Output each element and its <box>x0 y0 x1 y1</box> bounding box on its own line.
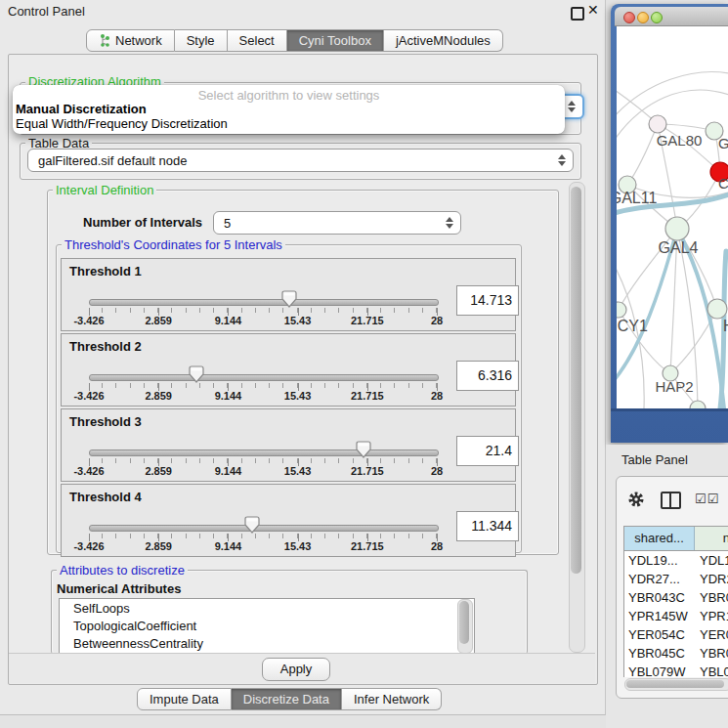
tick-label: -3.426 <box>73 465 104 477</box>
threshold-value-field[interactable]: 14.713 <box>456 285 519 316</box>
node-table[interactable]: shared... n YDL19... YDL1 YDR27... YDR2 … <box>623 526 728 677</box>
tick-label: 9.144 <box>215 465 242 477</box>
table-horizontal-scrollbar-thumb[interactable] <box>626 680 724 688</box>
shared-name-cell[interactable]: YDR27... <box>624 570 695 588</box>
network-node-gal4[interactable] <box>665 217 689 240</box>
tab-infer-network[interactable]: Infer Network <box>342 688 442 710</box>
slider-tick-labels: -3.4262.8599.14415.4321.71528 <box>89 540 437 552</box>
dropdown-option-equal-width[interactable]: Equal Width/Frequency Discretization <box>16 116 228 131</box>
tab-select[interactable]: Select <box>228 29 287 52</box>
threshold-slider-track[interactable] <box>89 450 439 456</box>
tab-impute-data[interactable]: Impute Data <box>137 688 232 710</box>
tab-discretize-data[interactable]: Discretize Data <box>232 688 342 710</box>
node-label: GCY1 <box>617 318 648 334</box>
zoom-traffic-light-icon[interactable] <box>651 12 663 23</box>
tab-label: Discretize Data <box>243 689 329 709</box>
interval-definition-group-title: Interval Definition <box>53 183 156 197</box>
tab-jactivemnodules[interactable]: jActiveMNodules <box>384 29 503 52</box>
threshold-list: Threshold 1 -3.4262.8599.14415.4321.7152… <box>61 258 516 559</box>
algorithm-dropdown-popup: Select algorithm to view settings Manual… <box>13 85 565 134</box>
name-cell[interactable]: YBL0 <box>695 663 728 677</box>
node-label: GA <box>718 135 728 151</box>
numerical-attributes-list[interactable]: SelfLoopsTopologicalCoefficientBetweenne… <box>59 598 475 655</box>
checked-checkbox-icons[interactable]: ☑☑ <box>695 492 719 506</box>
table-row[interactable]: YDL19... YDL1 <box>624 551 728 570</box>
threshold-slider-thumb[interactable] <box>244 516 260 534</box>
attribute-list-item[interactable]: SelfLoops <box>60 599 474 617</box>
split-columns-icon[interactable] <box>661 492 681 509</box>
close-traffic-light-icon[interactable] <box>623 12 635 23</box>
column-header-name[interactable]: n <box>695 527 728 550</box>
threshold-slider-thumb[interactable] <box>189 365 204 383</box>
table-row[interactable]: YBL079W YBL0 <box>624 663 728 677</box>
tick-label: 2.859 <box>145 315 172 326</box>
table-data-combobox[interactable]: galFiltered.sif default node <box>27 149 574 172</box>
tab-network[interactable]: Network <box>86 29 175 52</box>
number-of-intervals-combobox[interactable]: 5 <box>213 211 461 235</box>
name-cell[interactable]: YDL1 <box>695 551 728 570</box>
dropdown-option-manual[interactable]: Manual Discretization <box>16 102 147 116</box>
shared-name-cell[interactable]: YBL079W <box>624 663 695 677</box>
gear-icon[interactable] <box>627 491 645 508</box>
float-window-icon[interactable] <box>571 7 584 21</box>
tick-label: -3.426 <box>73 315 104 326</box>
threshold-slider-thumb[interactable] <box>281 290 297 308</box>
table-row[interactable]: YER054C YER0 <box>624 625 728 644</box>
network-icon <box>99 34 110 47</box>
tab-label: Infer Network <box>354 689 429 709</box>
table-row[interactable]: YBR043C YBR0 <box>624 588 728 607</box>
tab-label: Network <box>115 30 162 51</box>
threshold-value-field[interactable]: 6.316 <box>456 361 519 391</box>
node-label: HAP2 <box>655 378 693 395</box>
shared-name-cell[interactable]: YBR043C <box>624 588 695 607</box>
threshold-slider-track[interactable] <box>89 374 439 381</box>
dropdown-prompt: Select algorithm to view settings <box>13 88 565 103</box>
table-row[interactable]: YBR045C YBR0 <box>624 644 728 663</box>
table-row[interactable]: YDR27... YDR2 <box>624 570 728 588</box>
attribute-list-scrollbar-thumb[interactable] <box>459 601 469 644</box>
network-window-titlebar[interactable] <box>615 7 728 26</box>
name-cell[interactable]: YDR2 <box>695 570 728 588</box>
shared-name-cell[interactable]: YBR045C <box>624 644 695 663</box>
column-header-shared-name[interactable]: shared... <box>624 527 695 550</box>
table-header-row: shared... n <box>624 527 728 551</box>
network-node-h[interactable] <box>707 299 727 319</box>
tick-label: 28 <box>431 540 443 552</box>
threshold-slider-track[interactable] <box>89 525 439 532</box>
network-node-gcy1[interactable] <box>617 302 626 318</box>
threshold-label: Threshold 1 <box>69 264 142 278</box>
name-cell[interactable]: YPR1 <box>695 607 728 625</box>
name-cell[interactable]: YBR0 <box>695 588 728 607</box>
tick-label: 15.43 <box>284 315 312 326</box>
name-cell[interactable]: YBR0 <box>695 644 728 663</box>
network-node[interactable] <box>690 401 706 408</box>
tab-style[interactable]: Style <box>175 29 228 52</box>
tick-label: 9.144 <box>215 315 242 326</box>
threshold-slider-track[interactable] <box>89 299 439 306</box>
shared-name-cell[interactable]: YPR145W <box>624 607 695 625</box>
tab-cyni-toolbox[interactable]: Cyni Toolbox <box>287 29 384 52</box>
table-rows: YDL19... YDL1 YDR27... YDR2 YBR043C YBR0… <box>624 551 728 677</box>
slider-tick-labels: -3.4262.8599.14415.4321.71528 <box>89 390 437 402</box>
attribute-list-item[interactable]: BetweennessCentrality <box>60 634 474 652</box>
shared-name-cell[interactable]: YDL19... <box>624 551 695 570</box>
combo-stepper-icon <box>445 217 454 229</box>
tick-label: 21.715 <box>351 465 384 477</box>
table-row[interactable]: YPR145W YPR1 <box>624 607 728 625</box>
threshold-value-field[interactable]: 21.4 <box>456 436 519 466</box>
name-cell[interactable]: YER0 <box>695 625 728 644</box>
panel-scrollbar-thumb[interactable] <box>571 187 581 574</box>
attribute-list-item[interactable]: TopologicalCoefficient <box>60 617 474 634</box>
minimize-traffic-light-icon[interactable] <box>637 12 649 23</box>
apply-button[interactable]: Apply <box>262 658 330 681</box>
threshold-value-field[interactable]: 11.344 <box>456 511 519 541</box>
network-node-gal80[interactable] <box>649 115 666 133</box>
shared-name-cell[interactable]: YER054C <box>624 625 695 644</box>
table-panel-title: Table Panel <box>621 452 688 467</box>
network-canvas[interactable]: GAL80GACGAL11GAL4GCY1HHAP2 <box>617 26 728 408</box>
threshold-slider-thumb[interactable] <box>356 441 371 458</box>
close-icon[interactable]: ✕ <box>587 2 599 18</box>
tick-label: 2.859 <box>145 390 172 402</box>
tick-label: 21.715 <box>351 540 384 552</box>
tick-label: -3.426 <box>73 390 104 402</box>
